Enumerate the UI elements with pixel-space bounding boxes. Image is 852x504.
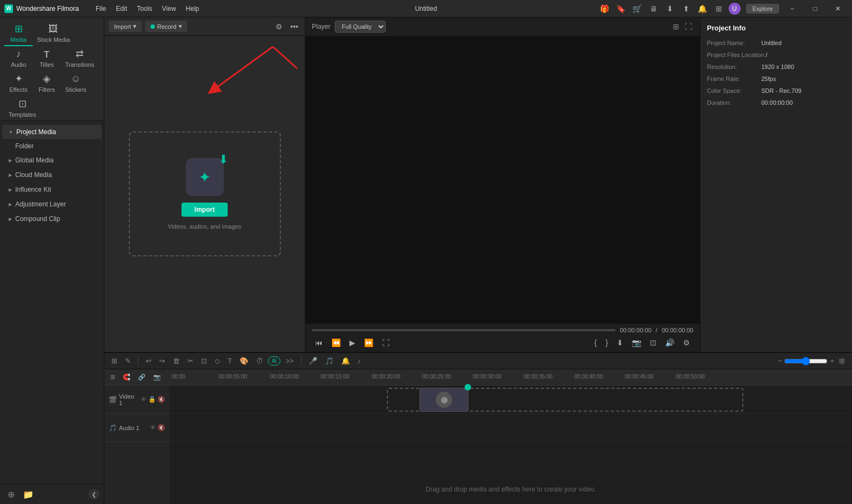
app-name: Wondershare Filmora [16,5,79,12]
time-button[interactable]: ⏱ [253,355,266,367]
ruler-mark-3: 00:00:15:00 [321,374,349,380]
snapshot-button[interactable]: 📷 [629,337,644,349]
sidebar-item-folder[interactable]: Folder [0,140,104,153]
download-icon[interactable]: ⬇ [663,2,676,15]
timeline-edit-button[interactable]: ✎ [122,355,134,367]
toolbar-titles[interactable]: T Titles [33,48,61,71]
toolbar-titles-label: Titles [40,61,54,68]
add-marker-button[interactable]: ◇ [212,355,223,367]
toolbar-stock-label: Stock Media [37,36,70,43]
video-eye-icon[interactable]: 👁 [141,396,147,403]
mark-out-button[interactable]: } [602,337,611,349]
menu-edit[interactable]: Edit [111,4,131,14]
cut-button[interactable]: ✂ [185,355,196,367]
quality-selector[interactable]: Full Quality 1/2 Quality 1/4 Quality [335,21,386,33]
toolbar-stock-media[interactable]: 🖼 Stock Media [33,21,74,46]
mark-in-button[interactable]: { [591,337,600,349]
fullscreen-icon[interactable]: ⛶ [684,21,693,32]
sidebar-item-adjustment-layer[interactable]: ▶ Adjustment Layer [2,197,102,211]
maximize-button[interactable]: □ [805,1,825,16]
link-button[interactable]: 🔗 [135,372,148,382]
upload-icon[interactable]: ⬆ [680,2,693,15]
drop-box[interactable]: ⬇ ✦ Import Videos, audios, and images [129,131,281,256]
sidebar-item-influence-kit[interactable]: ▶ Influence Kit [2,182,102,197]
toolbar-templates[interactable]: ⊡ Templates [4,96,40,121]
more-options-button[interactable]: ••• [288,21,300,32]
new-folder-button[interactable]: ⊕ [4,488,17,501]
video-clip[interactable]: ⬤ [419,388,468,412]
pip-button[interactable]: ⊡ [647,337,660,349]
toolbar-audio[interactable]: ♪ Audio [4,46,33,71]
explore-button[interactable]: Explore [746,4,779,14]
close-button[interactable]: ✕ [828,1,848,16]
magnet-button[interactable]: 🧲 [120,372,133,382]
split-view-icon[interactable]: ⊞ [672,21,680,32]
grid-view-button[interactable]: ⊞ [836,355,848,367]
info-value-location: / [766,52,845,58]
sound-effects-button[interactable]: 🔔 [339,355,353,367]
clip-to-timeline-button[interactable]: ⬇ [613,337,627,349]
toolbar-filters[interactable]: ◈ Filters [33,71,61,96]
app-logo: W Wondershare Filmora [4,4,91,13]
player-label: Player [312,23,330,30]
zoom-slider[interactable] [784,357,828,366]
audio-mute-icon[interactable]: 🔇 [158,424,165,431]
frame-forward-button[interactable]: ⏩ [361,337,377,349]
sidebar-item-compound-clip[interactable]: ▶ Compound Clip [2,212,102,226]
bookmark-icon[interactable]: 🔖 [615,2,628,15]
toolbar-media[interactable]: ⊞ Media [4,21,33,46]
skip-back-button[interactable]: ⏮ [312,337,326,349]
grid-icon[interactable]: ⊞ [712,2,725,15]
notification-icon[interactable]: 🔔 [696,2,709,15]
clip-handle[interactable] [465,384,471,390]
crop-button[interactable]: ⊡ [198,355,210,367]
sidebar-item-project-media[interactable]: ▼ Project Media [2,125,102,139]
text-button[interactable]: T [225,355,235,367]
add-scene-button[interactable]: ⊞ [108,372,118,382]
sidebar-adjustment-layer-label: Adjustment Layer [15,200,66,208]
toolbar-effects-label: Effects [9,86,27,93]
music-button[interactable]: 🎵 [322,355,336,367]
monitor-icon[interactable]: 🖥 [647,2,660,15]
avatar-icon[interactable]: U [729,3,741,15]
gift-icon[interactable]: 🎁 [598,2,611,15]
menu-help[interactable]: Help [181,4,204,14]
ai-button[interactable]: AI [268,356,280,366]
timeline-scenes-button[interactable]: ⊞ [109,355,120,367]
info-value-resolution: 1920 x 1080 [761,64,845,70]
record-voice-button[interactable]: 🎤 [306,355,320,367]
import-green-button[interactable]: Import [181,203,228,217]
toolbar-effects[interactable]: ✦ Effects [4,71,33,96]
menu-tools[interactable]: Tools [133,4,156,14]
volume-button[interactable]: 🔊 [662,337,678,349]
store-icon[interactable]: 🛒 [631,2,644,15]
camera-button[interactable]: 📷 [151,372,164,382]
auto-beat-button[interactable]: ♪ [355,355,364,367]
filter-button[interactable]: ⚙ [273,21,285,32]
settings-button[interactable]: ⚙ [680,337,693,349]
progress-track[interactable] [312,329,616,331]
import-button[interactable]: Import ▾ [109,21,142,32]
color-button[interactable]: 🎨 [237,355,251,367]
sidebar-nav: ▼ Project Media Folder ▶ Global Media ▶ … [0,121,104,484]
sidebar-item-cloud-media[interactable]: ▶ Cloud Media [2,168,102,182]
redo-button[interactable]: ↪ [156,355,168,367]
fullscreen-button[interactable]: ⛶ [379,337,393,349]
delete-button[interactable]: 🗑 [170,355,183,367]
sidebar-item-global-media[interactable]: ▶ Global Media [2,153,102,167]
menu-view[interactable]: View [158,4,180,14]
play-button[interactable]: ▶ [346,337,359,349]
menu-file[interactable]: File [91,4,110,14]
frame-back-button[interactable]: ⏪ [328,337,344,349]
toolbar-transitions[interactable]: ⇄ Transitions [61,46,98,71]
record-button[interactable]: Record ▾ [145,21,187,32]
import-folder-button[interactable]: 📁 [22,488,35,501]
video-mute-icon[interactable]: 🔇 [158,396,165,403]
undo-button[interactable]: ↩ [143,355,154,367]
audio-eye-icon[interactable]: 👁 [150,424,156,431]
minimize-button[interactable]: − [782,1,802,16]
sidebar-collapse-button[interactable]: ❮ [89,489,99,500]
video-lock-icon[interactable]: 🔒 [148,396,156,403]
toolbar-stickers[interactable]: ☺ Stickers [61,71,91,96]
more-tools-button[interactable]: >> [283,355,296,367]
